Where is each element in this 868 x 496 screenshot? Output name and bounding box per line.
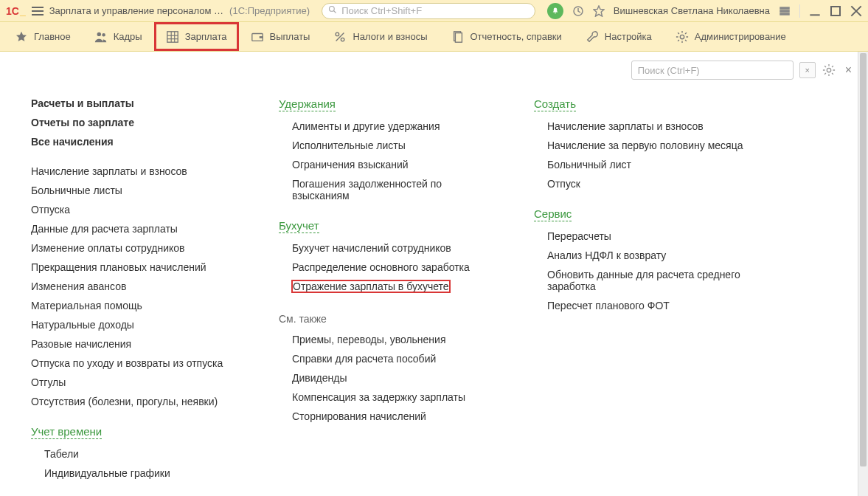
column-1: Расчеты и выплаты Отчеты по зарплате Все… <box>31 97 245 486</box>
nav-link[interactable]: Начисление зарплаты и взносов <box>547 120 785 132</box>
nav-link[interactable]: Начисление зарплаты и взносов <box>31 165 245 177</box>
menu-item-admin[interactable]: Администрирование <box>664 22 798 51</box>
nav-link[interactable]: Индивидуальные графики <box>44 467 245 479</box>
nav-link[interactable]: Расчеты и выплаты <box>31 97 245 109</box>
separator <box>799 4 800 18</box>
menu-label: Настройка <box>605 31 652 42</box>
svg-rect-4 <box>780 10 789 12</box>
user-menu-button[interactable] <box>779 5 791 17</box>
nav-link-highlighted[interactable]: Отражение зарплаты в бухучете <box>292 280 500 292</box>
menu-label: Зарплата <box>185 31 227 42</box>
nav-link[interactable]: Изменение оплаты сотрудников <box>31 242 245 254</box>
global-search-input[interactable]: Поиск Ctrl+Shift+F <box>322 3 535 19</box>
vertical-scrollbar[interactable] <box>858 52 868 496</box>
nav-link[interactable]: Изменения авансов <box>31 280 245 292</box>
nav-link[interactable]: Отпуска <box>31 204 245 216</box>
svg-rect-7 <box>831 7 840 16</box>
svg-point-20 <box>341 38 345 41</box>
clear-search-button[interactable]: × <box>799 62 816 78</box>
salary-panel: Поиск (Ctrl+F) × × Расчеты и выплаты Отч… <box>0 52 868 496</box>
nav-link[interactable]: Анализ НДФЛ к возврату <box>547 249 785 261</box>
nav-link[interactable]: Алименты и другие удержания <box>292 120 500 132</box>
nav-link[interactable]: Пересчет планового ФОТ <box>547 300 785 311</box>
close-window-button[interactable] <box>850 5 862 17</box>
gear-icon <box>676 30 689 44</box>
nav-link[interactable]: Отгулы <box>31 376 245 388</box>
titlebar-right: Вишневская Светлана Николаевна <box>547 3 862 19</box>
close-panel-button[interactable]: × <box>842 63 855 77</box>
nav-link[interactable]: Распределение основного заработка <box>292 261 500 273</box>
history-button[interactable] <box>572 5 584 17</box>
main-menubar: Главное Кадры Зарплата Выплаты Налоги и … <box>0 22 868 52</box>
star-icon <box>593 5 605 17</box>
section-header-accounting[interactable]: Бухучет <box>279 219 319 233</box>
nav-link[interactable]: Ограничения взысканий <box>292 159 500 170</box>
menu-item-taxes[interactable]: Налоги и взносы <box>322 22 439 51</box>
nav-link[interactable]: Прекращения плановых начислений <box>31 261 245 273</box>
notifications-button[interactable] <box>547 3 563 19</box>
panel-search-input[interactable]: Поиск (Ctrl+F) <box>631 61 794 80</box>
nav-link[interactable]: Дивиденды <box>292 372 500 384</box>
minimize-button[interactable] <box>809 5 821 17</box>
nav-link[interactable]: Отчеты по зарплате <box>31 117 245 128</box>
grid-icon <box>166 30 179 44</box>
nav-link[interactable]: Табели <box>44 448 245 460</box>
nav-link[interactable]: Сторнирования начислений <box>292 410 500 422</box>
nav-link[interactable]: Отпуск <box>547 178 785 190</box>
svg-rect-12 <box>167 31 177 41</box>
nav-link[interactable]: Больничные листы <box>31 185 245 196</box>
svg-point-24 <box>680 35 684 38</box>
platform-label: (1С:Предприятие) <box>229 5 310 16</box>
menu-item-payments[interactable]: Выплаты <box>239 22 322 51</box>
svg-line-1 <box>334 11 336 13</box>
nav-link[interactable]: Бухучет начислений сотрудников <box>292 242 500 254</box>
nav-link[interactable]: Погашения задолженностей по взысканиям <box>292 178 500 202</box>
panel-settings-button[interactable] <box>822 63 836 78</box>
menu-item-main[interactable]: Главное <box>3 22 83 51</box>
nav-link[interactable]: Справки для расчета пособий <box>292 353 500 365</box>
section-header-deductions[interactable]: Удержания <box>279 97 336 111</box>
panel-toolbar: Поиск (Ctrl+F) × × <box>631 61 855 80</box>
menu-item-reports[interactable]: Отчетность, справки <box>440 22 574 51</box>
current-user[interactable]: Вишневская Светлана Николаевна <box>614 5 770 16</box>
column-2: Удержания Алименты и другие удержания Ис… <box>279 97 500 486</box>
section-header-create[interactable]: Создать <box>534 97 576 111</box>
scrollbar-thumb[interactable] <box>860 53 867 466</box>
nav-link[interactable]: Отпуска по уходу и возвраты из отпуска <box>31 357 245 369</box>
nav-link[interactable]: Приемы, переводы, увольнения <box>292 334 500 345</box>
menu-label: Главное <box>34 31 71 42</box>
nav-link[interactable]: Разовые начисления <box>31 338 245 350</box>
nav-link[interactable]: Компенсация за задержку зарплаты <box>292 391 500 403</box>
bell-icon <box>551 7 560 16</box>
menu-item-salary[interactable]: Зарплата <box>154 22 239 51</box>
section-header-time[interactable]: Учет времени <box>31 425 102 439</box>
maximize-button[interactable] <box>830 5 841 17</box>
menu-label: Выплаты <box>270 31 310 42</box>
nav-link[interactable]: Перерасчеты <box>547 230 785 242</box>
main-menu-button[interactable] <box>32 7 44 16</box>
wallet-icon <box>251 30 264 44</box>
svg-line-21 <box>336 32 344 41</box>
nav-link[interactable]: Все начисления <box>31 136 245 148</box>
content-area: Поиск (Ctrl+F) × × Расчеты и выплаты Отч… <box>0 52 868 496</box>
section-header-service[interactable]: Сервис <box>534 207 572 221</box>
search-icon <box>328 5 337 16</box>
percent-icon <box>333 30 347 44</box>
wrench-icon <box>586 30 599 44</box>
nav-link[interactable]: Натуральные доходы <box>31 319 245 331</box>
nav-link[interactable]: Материальная помощь <box>31 300 245 311</box>
nav-link[interactable]: Больничный лист <box>547 159 785 170</box>
menu-item-settings[interactable]: Настройка <box>574 22 664 51</box>
menu-label: Налоги и взносы <box>353 31 427 42</box>
svg-point-11 <box>102 33 105 37</box>
star-icon <box>15 30 28 44</box>
titlebar: 1C_ Зарплата и управление персоналом … (… <box>0 0 868 22</box>
nav-link[interactable]: Обновить данные для расчета среднего зар… <box>547 269 785 292</box>
nav-link[interactable]: Начисление за первую половину месяца <box>547 140 785 151</box>
column-3: Создать Начисление зарплаты и взносов На… <box>534 97 785 486</box>
nav-link[interactable]: Данные для расчета зарплаты <box>31 223 245 235</box>
nav-link[interactable]: Исполнительные листы <box>292 140 500 151</box>
nav-link[interactable]: Отсутствия (болезни, прогулы, неявки) <box>31 396 245 407</box>
menu-item-hr[interactable]: Кадры <box>83 22 154 51</box>
favorite-button[interactable] <box>593 5 605 17</box>
